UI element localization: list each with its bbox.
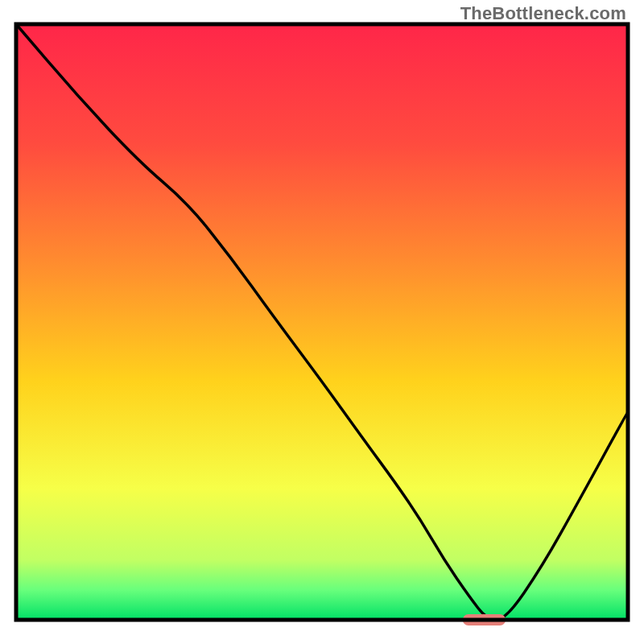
chart-container: TheBottleneck.com: [0, 0, 644, 644]
bottleneck-chart: [0, 0, 644, 644]
plot-background: [16, 24, 628, 620]
watermark-text: TheBottleneck.com: [460, 3, 626, 24]
